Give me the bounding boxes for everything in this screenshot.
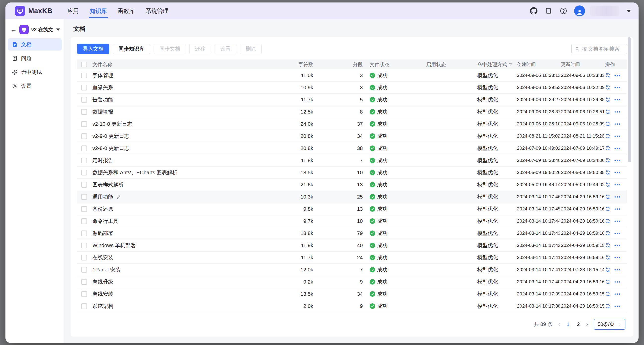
search-box[interactable] (572, 44, 627, 54)
document-name[interactable]: 告警功能 (92, 96, 113, 103)
more-actions-icon[interactable] (614, 269, 620, 270)
document-name[interactable]: 通用功能 (92, 193, 113, 200)
row-checkbox[interactable] (81, 170, 87, 176)
github-icon[interactable] (530, 7, 538, 15)
refresh-icon[interactable] (605, 267, 610, 272)
next-page-icon[interactable]: › (586, 321, 588, 328)
sync-document-button[interactable]: 同步文档 (154, 44, 186, 54)
refresh-icon[interactable] (605, 182, 610, 187)
more-actions-icon[interactable] (614, 220, 620, 222)
page-size-select[interactable]: 50条/页 ⌄ (594, 319, 626, 330)
search-input[interactable] (582, 46, 623, 52)
more-actions-icon[interactable] (614, 196, 620, 198)
table-row[interactable]: 血缘关系 10.9k 3 成功 模型优化 202 (77, 82, 627, 94)
row-checkbox[interactable] (81, 255, 87, 260)
document-name[interactable]: 系统架构 (92, 302, 113, 310)
more-actions-icon[interactable] (614, 87, 620, 88)
sidebar-item-hit-test[interactable]: 命中测试 (8, 66, 62, 78)
edit-icon[interactable] (116, 194, 121, 199)
more-actions-icon[interactable] (614, 257, 620, 258)
vertical-scrollbar[interactable] (628, 37, 631, 162)
refresh-icon[interactable] (605, 158, 610, 163)
more-actions-icon[interactable] (614, 136, 620, 137)
prev-page-icon[interactable]: ‹ (558, 321, 560, 328)
document-name[interactable]: 数据关系和 AntV、ECharts 图表解析 (92, 169, 178, 176)
settings-button[interactable]: 设置 (214, 44, 236, 54)
document-name[interactable]: v2-10-0 更新日志 (92, 120, 132, 128)
refresh-icon[interactable] (605, 121, 610, 127)
more-actions-icon[interactable] (614, 233, 620, 234)
row-checkbox[interactable] (81, 243, 87, 248)
row-checkbox[interactable] (81, 109, 87, 115)
sidebar-item-settings[interactable]: 设置 (8, 80, 62, 92)
document-name[interactable]: 1Panel 安装 (92, 266, 120, 273)
row-checkbox[interactable] (81, 72, 87, 78)
more-actions-icon[interactable] (614, 172, 620, 173)
sync-knowledge-base-button[interactable]: 同步知识库 (113, 44, 150, 54)
table-row[interactable]: v2-9-0 更新日志 20.8k 34 成功 模型优化 (77, 130, 627, 142)
page-1[interactable]: 1 (566, 321, 571, 327)
table-row[interactable]: 备份还原 9.8k 13 成功 模型优化 202 (77, 203, 627, 215)
row-checkbox[interactable] (81, 158, 87, 163)
delete-button[interactable]: 删除 (240, 44, 262, 54)
document-name[interactable]: 源码部署 (92, 230, 113, 237)
migrate-button[interactable]: 迁移 (189, 44, 211, 54)
document-name[interactable]: 数据填报 (92, 108, 113, 115)
docs-icon[interactable] (544, 7, 553, 15)
filter-icon[interactable] (508, 62, 513, 67)
kb-switch-caret-icon[interactable] (56, 28, 60, 31)
document-name[interactable]: 命令行工具 (92, 218, 118, 224)
select-all-checkbox[interactable] (81, 62, 87, 68)
row-checkbox[interactable] (81, 218, 87, 224)
more-actions-icon[interactable] (614, 160, 620, 161)
table-row[interactable]: 字体管理 11.0k 3 成功 模型优化 202 (77, 70, 627, 82)
brand[interactable]: MaxKB (15, 6, 68, 16)
document-name[interactable]: 离线升级 (92, 278, 113, 285)
more-actions-icon[interactable] (614, 184, 620, 186)
refresh-icon[interactable] (605, 97, 610, 102)
table-row[interactable]: 图表样式解析 21.6k 13 成功 模型优化 (77, 179, 627, 191)
refresh-icon[interactable] (605, 230, 610, 236)
refresh-icon[interactable] (605, 291, 610, 297)
table-row[interactable]: v2-8-0 更新日志 20.8k 38 成功 模型优化 (77, 142, 627, 154)
row-checkbox[interactable] (81, 133, 87, 139)
table-row[interactable]: 命令行工具 9.7k 10 成功 模型优化 20 (77, 215, 627, 227)
more-actions-icon[interactable] (614, 148, 620, 149)
refresh-icon[interactable] (605, 109, 610, 114)
refresh-icon[interactable] (605, 85, 610, 90)
refresh-icon[interactable] (605, 72, 610, 78)
table-row[interactable]: 通用功能 10.3k 25 成功 模型优化 20 (77, 191, 627, 203)
table-row[interactable]: 系统架构 2.0k 9 成功 模型优化 2024 (77, 300, 627, 312)
more-actions-icon[interactable] (614, 124, 620, 125)
refresh-icon[interactable] (605, 218, 610, 224)
refresh-icon[interactable] (605, 194, 610, 200)
row-checkbox[interactable] (81, 182, 87, 188)
table-row[interactable]: 数据填报 12.5k 8 成功 模型优化 202 (77, 106, 627, 118)
more-actions-icon[interactable] (614, 111, 620, 112)
document-name[interactable]: v2-8-0 更新日志 (92, 145, 129, 152)
refresh-icon[interactable] (605, 255, 610, 260)
row-checkbox[interactable] (81, 121, 87, 127)
refresh-icon[interactable] (605, 279, 610, 284)
table-row[interactable]: Windows 单机部署 11.9k 40 成功 模型优化 (77, 240, 627, 252)
table-row[interactable]: 定时报告 11.8k 7 成功 模型优化 202 (77, 154, 627, 166)
help-icon[interactable] (559, 7, 568, 15)
document-name[interactable]: 血缘关系 (92, 84, 113, 91)
document-name[interactable]: 字体管理 (92, 72, 113, 79)
document-name[interactable]: 在线安装 (92, 254, 113, 261)
more-actions-icon[interactable] (614, 306, 620, 307)
document-name[interactable]: 图表样式解析 (92, 181, 124, 188)
tab-system-management[interactable]: 系统管理 (146, 2, 168, 19)
tab-function-library[interactable]: 函数库 (118, 2, 135, 19)
tab-apps[interactable]: 应用 (68, 2, 79, 19)
row-checkbox[interactable] (81, 267, 87, 273)
user-menu-caret-icon[interactable] (627, 10, 631, 12)
sidebar-item-documents[interactable]: 文档 (8, 38, 62, 50)
refresh-icon[interactable] (605, 170, 610, 175)
back-arrow-icon[interactable]: ← (10, 26, 17, 33)
tab-knowledge-base[interactable]: 知识库 (90, 2, 107, 19)
document-name[interactable]: 定时报告 (92, 157, 113, 164)
table-row[interactable]: 1Panel 安装 12.0k 7 成功 模型优化 (77, 264, 627, 276)
row-checkbox[interactable] (81, 230, 87, 236)
table-row[interactable]: 源码部署 18.8k 79 成功 模型优化 20 (77, 227, 627, 240)
